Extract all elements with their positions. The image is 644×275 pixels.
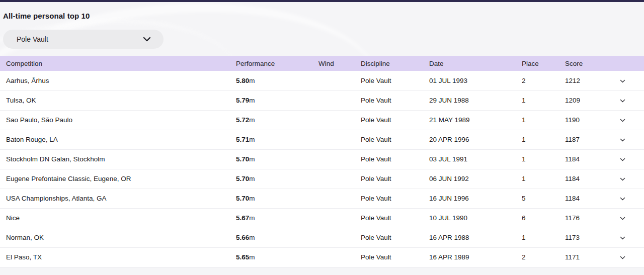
- score-cell: 1187: [565, 130, 619, 149]
- discipline-cell: Pole Vault: [361, 90, 429, 110]
- performance-value: 5.72: [236, 116, 249, 124]
- expand-cell: [619, 228, 644, 247]
- score-cell: 1171: [565, 247, 619, 267]
- date-cell: 01 JUL 1993: [429, 71, 522, 90]
- place-cell: 5: [522, 189, 565, 208]
- table-row[interactable]: Nice 5.67m Pole Vault 10 JUL 1990 6 1176: [0, 208, 644, 228]
- table-row[interactable]: USA Championships, Atlanta, GA 5.70m Pol…: [0, 189, 644, 208]
- discipline-cell: Pole Vault: [361, 228, 429, 247]
- column-header-score: Score: [565, 56, 619, 71]
- column-header-place: Place: [522, 56, 565, 71]
- date-cell: 20 APR 1996: [429, 130, 522, 149]
- performance-cell: 5.66m: [236, 228, 318, 247]
- place-cell: 1: [522, 169, 565, 189]
- performance-value: 5.66: [236, 234, 249, 241]
- discipline-cell: Pole Vault: [361, 110, 429, 130]
- place-cell: 1: [522, 130, 565, 149]
- row-expand-chevron-icon[interactable]: [619, 235, 626, 241]
- score-cell: 1209: [565, 90, 619, 110]
- wind-cell: [318, 71, 361, 90]
- date-cell: 16 JUN 1996: [429, 189, 522, 208]
- table-row[interactable]: Sao Paulo, São Paulo 5.72m Pole Vault 21…: [0, 110, 644, 130]
- table-row[interactable]: Stockholm DN Galan, Stockholm 5.70m Pole…: [0, 149, 644, 169]
- performance-cell: 5.70m: [236, 149, 318, 169]
- wind-cell: [318, 208, 361, 228]
- performance-unit: m: [249, 175, 255, 182]
- table-row[interactable]: Baton Rouge, LA 5.71m Pole Vault 20 APR …: [0, 130, 644, 149]
- performance-cell: 5.67m: [236, 208, 318, 228]
- table-row[interactable]: Norman, OK 5.66m Pole Vault 16 APR 1988 …: [0, 228, 644, 247]
- discipline-cell: Pole Vault: [361, 71, 429, 90]
- column-header-expand: [619, 56, 644, 71]
- score-cell: 1190: [565, 110, 619, 130]
- row-expand-chevron-icon[interactable]: [619, 78, 626, 84]
- place-cell: 2: [522, 71, 565, 90]
- date-cell: 10 JUL 1990: [429, 208, 522, 228]
- performance-value: 5.70: [236, 195, 249, 202]
- place-cell: 1: [522, 90, 565, 110]
- date-cell: 16 APR 1989: [429, 247, 522, 267]
- place-cell: 1: [522, 228, 565, 247]
- discipline-cell: Pole Vault: [361, 247, 429, 267]
- expand-cell: [619, 169, 644, 189]
- score-cell: 1176: [565, 208, 619, 228]
- date-cell: 29 JUN 1988: [429, 90, 522, 110]
- row-expand-chevron-icon[interactable]: [619, 176, 626, 182]
- competition-cell: Eugene Prefontaine Classic, Eugene, OR: [0, 169, 236, 189]
- performance-value: 5.70: [236, 155, 249, 163]
- wind-cell: [318, 110, 361, 130]
- table-body: Aarhus, Århus 5.80m Pole Vault 01 JUL 19…: [0, 71, 644, 267]
- row-expand-chevron-icon[interactable]: [619, 98, 626, 104]
- wind-cell: [318, 189, 361, 208]
- performance-value: 5.71: [236, 136, 249, 143]
- expand-cell: [619, 71, 644, 90]
- performance-unit: m: [249, 253, 255, 261]
- table-row[interactable]: El Paso, TX 5.65m Pole Vault 16 APR 1989…: [0, 247, 644, 267]
- competition-cell: Stockholm DN Galan, Stockholm: [0, 149, 236, 169]
- performance-cell: 5.65m: [236, 247, 318, 267]
- row-expand-chevron-icon[interactable]: [619, 118, 626, 123]
- results-table: Competition Performance Wind Discipline …: [0, 56, 644, 267]
- expand-cell: [619, 130, 644, 149]
- score-cell: 1212: [565, 71, 619, 90]
- column-header-discipline: Discipline: [361, 56, 429, 71]
- row-expand-chevron-icon[interactable]: [619, 216, 626, 221]
- row-expand-chevron-icon[interactable]: [619, 196, 626, 202]
- performance-value: 5.65: [236, 253, 249, 261]
- competition-cell: Tulsa, OK: [0, 90, 236, 110]
- row-expand-chevron-icon[interactable]: [619, 157, 626, 162]
- column-header-wind: Wind: [318, 56, 361, 71]
- table-row[interactable]: Aarhus, Århus 5.80m Pole Vault 01 JUL 19…: [0, 71, 644, 90]
- chevron-down-icon: [143, 37, 151, 42]
- performance-unit: m: [249, 116, 255, 124]
- row-expand-chevron-icon[interactable]: [619, 137, 626, 143]
- performance-cell: 5.72m: [236, 110, 318, 130]
- score-cell: 1173: [565, 228, 619, 247]
- competition-cell: USA Championships, Atlanta, GA: [0, 189, 236, 208]
- page-title: All-time personal top 10: [3, 12, 90, 20]
- discipline-dropdown[interactable]: Pole Vault: [3, 30, 164, 49]
- place-cell: 1: [522, 149, 565, 169]
- table-row[interactable]: Eugene Prefontaine Classic, Eugene, OR 5…: [0, 169, 644, 189]
- discipline-dropdown-value: Pole Vault: [17, 35, 48, 43]
- column-header-date: Date: [429, 56, 522, 71]
- performance-value: 5.70: [236, 175, 249, 182]
- score-cell: 1184: [565, 169, 619, 189]
- expand-cell: [619, 247, 644, 267]
- date-cell: 03 JUL 1991: [429, 149, 522, 169]
- table-row[interactable]: Tulsa, OK 5.79m Pole Vault 29 JUN 1988 1…: [0, 90, 644, 110]
- row-expand-chevron-icon[interactable]: [619, 255, 626, 260]
- performance-unit: m: [249, 77, 255, 84]
- wind-cell: [318, 149, 361, 169]
- place-cell: 6: [522, 208, 565, 228]
- discipline-cell: Pole Vault: [361, 189, 429, 208]
- place-cell: 1: [522, 110, 565, 130]
- performance-unit: m: [249, 195, 255, 202]
- score-cell: 1184: [565, 189, 619, 208]
- expand-cell: [619, 110, 644, 130]
- performance-unit: m: [249, 155, 255, 163]
- discipline-cell: Pole Vault: [361, 169, 429, 189]
- competition-cell: Baton Rouge, LA: [0, 130, 236, 149]
- competition-cell: Aarhus, Århus: [0, 71, 236, 90]
- performance-cell: 5.80m: [236, 71, 318, 90]
